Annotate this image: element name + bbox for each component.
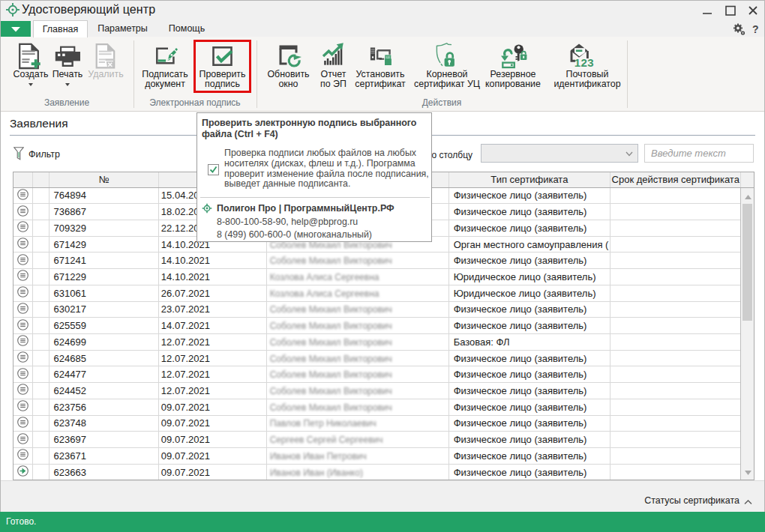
svg-text:123: 123	[574, 56, 594, 69]
